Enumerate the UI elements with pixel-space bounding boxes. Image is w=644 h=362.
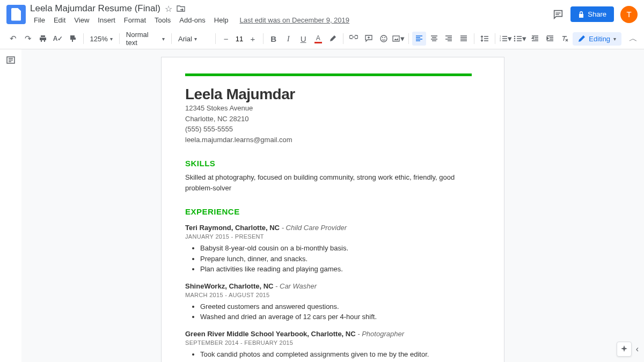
align-justify-icon[interactable] xyxy=(457,32,471,46)
page: Leela Majumdar 12345 Stokes Avenue Charl… xyxy=(161,57,504,362)
editing-mode-button[interactable]: Editing ▾ xyxy=(573,32,621,46)
svg-point-8 xyxy=(514,38,516,40)
emoji-icon[interactable] xyxy=(377,32,391,46)
outline-icon[interactable] xyxy=(6,56,16,362)
menu-bar: File Edit View Insert Format Tools Add-o… xyxy=(30,15,552,25)
job-3: Green River Middle School Yearbook, Char… xyxy=(185,330,472,338)
docs-logo-icon[interactable] xyxy=(6,5,26,24)
email: leela.majumdar.learns@gmail.com xyxy=(185,135,472,145)
image-icon[interactable]: ▾ xyxy=(391,32,405,46)
job-2-bullets: Greeted customers and answered questions… xyxy=(200,301,472,322)
spellcheck-icon[interactable]: A✓ xyxy=(51,32,65,46)
star-icon[interactable]: ☆ xyxy=(165,4,172,14)
line-spacing-icon[interactable] xyxy=(478,32,492,46)
align-center-icon[interactable] xyxy=(427,32,441,46)
underline-icon[interactable]: U xyxy=(296,32,310,46)
comment-insert-icon[interactable] xyxy=(362,32,376,46)
link-icon[interactable] xyxy=(347,32,361,46)
increase-font-icon[interactable]: + xyxy=(246,32,260,46)
undo-icon[interactable]: ↶ xyxy=(6,32,20,46)
decrease-font-icon[interactable]: − xyxy=(219,32,233,46)
increase-indent-icon[interactable] xyxy=(543,32,557,46)
collapse-toolbar-icon[interactable]: ︿ xyxy=(629,33,638,45)
font-select[interactable]: Arial xyxy=(175,35,212,43)
svg-point-1 xyxy=(382,37,383,38)
paint-format-icon[interactable] xyxy=(66,32,80,46)
header: Leela Majumdar Resume (Final) ☆ File Edi… xyxy=(0,0,644,28)
job-1: Teri Raymond, Charlotte, NC - Child Care… xyxy=(185,224,472,232)
svg-text:3: 3 xyxy=(500,39,501,42)
clear-format-icon[interactable] xyxy=(558,32,572,46)
address: 12345 Stokes Avenue xyxy=(185,103,472,114)
align-right-icon[interactable] xyxy=(442,32,456,46)
resume-name: Leela Majumdar xyxy=(185,86,472,103)
phone: (555) 555-5555 xyxy=(185,124,472,135)
align-left-icon[interactable] xyxy=(412,32,426,46)
svg-point-7 xyxy=(514,36,516,38)
bold-icon[interactable]: B xyxy=(267,32,281,46)
pencil-icon xyxy=(578,35,586,42)
job-3-dates: SEPTEMBER 2014 - FEBRUARY 2015 xyxy=(185,339,472,346)
menu-insert[interactable]: Insert xyxy=(94,15,119,25)
menu-format[interactable]: Format xyxy=(120,15,150,25)
user-avatar[interactable]: T xyxy=(620,6,638,23)
svg-point-9 xyxy=(514,40,516,42)
print-icon[interactable] xyxy=(36,32,50,46)
style-select[interactable]: Normal text xyxy=(123,31,168,47)
lock-icon xyxy=(578,11,584,18)
job-1-dates: JANUARY 2015 - PRESENT xyxy=(185,233,472,240)
explore-button[interactable] xyxy=(617,342,632,357)
title-area: Leela Majumdar Resume (Final) ☆ File Edi… xyxy=(30,3,552,25)
job-2: ShineWorkz, Charlotte, NC - Car Washer xyxy=(185,282,472,290)
skills-heading: SKILLS xyxy=(185,159,472,168)
text-color-icon[interactable]: A xyxy=(311,32,325,46)
outline-panel xyxy=(0,49,21,362)
share-button[interactable]: Share xyxy=(570,6,614,22)
decrease-indent-icon[interactable] xyxy=(528,32,542,46)
svg-point-2 xyxy=(384,37,385,38)
menu-edit[interactable]: Edit xyxy=(50,15,69,25)
editing-label: Editing xyxy=(589,35,610,43)
share-label: Share xyxy=(588,10,606,18)
font-size-input[interactable] xyxy=(234,35,245,43)
highlight-icon[interactable] xyxy=(326,32,340,46)
numbered-list-icon[interactable]: 123▾ xyxy=(499,32,513,46)
menu-help[interactable]: Help xyxy=(210,15,232,25)
bulleted-list-icon[interactable]: ▾ xyxy=(513,32,527,46)
svg-rect-3 xyxy=(393,36,399,41)
document-title[interactable]: Leela Majumdar Resume (Final) xyxy=(30,3,160,14)
svg-point-0 xyxy=(380,35,387,42)
side-panel-toggle-icon[interactable]: ‹ xyxy=(636,344,639,354)
experience-heading: EXPERIENCE xyxy=(185,207,472,216)
explore-icon xyxy=(620,345,628,353)
header-bar xyxy=(185,73,472,76)
skills-text: Skilled at photography, focused on build… xyxy=(185,172,472,193)
comments-icon[interactable] xyxy=(552,9,564,20)
italic-icon[interactable]: I xyxy=(281,32,295,46)
redo-icon[interactable]: ↷ xyxy=(21,32,35,46)
city: Charlotte, NC 28210 xyxy=(185,114,472,124)
move-folder-icon[interactable] xyxy=(177,5,185,12)
job-1-bullets: Babysit 8-year-old cousin on a bi-monthl… xyxy=(200,243,472,275)
last-edit-link[interactable]: Last edit was on December 9, 2019 xyxy=(240,16,350,24)
zoom-select[interactable]: 125% xyxy=(87,35,116,43)
toolbar: ↶ ↷ A✓ 125% Normal text Arial − + B I U … xyxy=(0,28,644,49)
document-canvas[interactable]: Leela Majumdar 12345 Stokes Avenue Charl… xyxy=(21,49,644,362)
menu-view[interactable]: View xyxy=(70,15,93,25)
job-3-bullets: Took candid photos and completed assignm… xyxy=(200,349,472,363)
job-2-dates: MARCH 2015 - AUGUST 2015 xyxy=(185,292,472,298)
menu-addons[interactable]: Add-ons xyxy=(175,15,209,25)
menu-tools[interactable]: Tools xyxy=(151,15,174,25)
menu-file[interactable]: File xyxy=(30,15,49,25)
